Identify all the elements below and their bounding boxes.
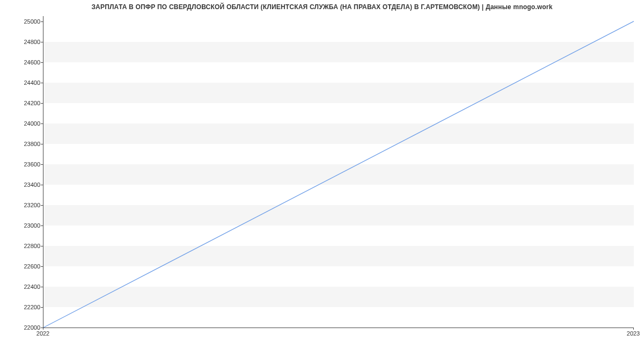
x-tick-mark (633, 328, 634, 330)
y-tick-mark (41, 62, 43, 63)
y-tick-label: 22800 (24, 243, 40, 249)
y-tick-mark (41, 266, 43, 267)
y-tick-mark (41, 144, 43, 144)
y-tick-label: 24800 (24, 39, 40, 45)
chart-title: ЗАРПЛАТА В ОПФР ПО СВЕРДЛОВСКОЙ ОБЛАСТИ … (0, 3, 644, 11)
y-tick-label: 23000 (24, 222, 40, 229)
line-series (43, 16, 634, 328)
y-tick-label: 23600 (24, 161, 40, 168)
y-tick-label: 24200 (24, 100, 40, 106)
y-tick-label: 25000 (24, 18, 40, 25)
data-line (43, 21, 634, 328)
y-tick-mark (41, 164, 43, 165)
x-tick-label: 2023 (627, 330, 640, 337)
y-tick-label: 22600 (24, 263, 40, 270)
y-tick-mark (41, 307, 43, 308)
y-tick-mark (41, 83, 43, 83)
y-tick-label: 24600 (24, 59, 40, 66)
y-tick-mark (41, 123, 43, 124)
y-tick-mark (41, 287, 43, 287)
y-tick-label: 23400 (24, 181, 40, 188)
y-tick-mark (41, 246, 43, 246)
y-tick-label: 24400 (24, 79, 40, 86)
y-tick-label: 22400 (24, 283, 40, 290)
x-tick-label: 2022 (36, 330, 49, 337)
y-tick-label: 24000 (24, 120, 40, 127)
chart-container: ЗАРПЛАТА В ОПФР ПО СВЕРДЛОВСКОЙ ОБЛАСТИ … (0, 0, 644, 349)
y-tick-mark (41, 103, 43, 104)
x-tick-mark (43, 328, 43, 330)
y-tick-mark (41, 185, 43, 185)
y-tick-label: 22200 (24, 304, 40, 310)
y-tick-mark (41, 205, 43, 206)
plot-area (43, 16, 634, 328)
y-tick-mark (41, 42, 43, 42)
y-tick-mark (41, 21, 43, 22)
y-tick-label: 23200 (24, 202, 40, 208)
y-tick-label: 23800 (24, 141, 40, 147)
y-tick-mark (41, 226, 43, 226)
